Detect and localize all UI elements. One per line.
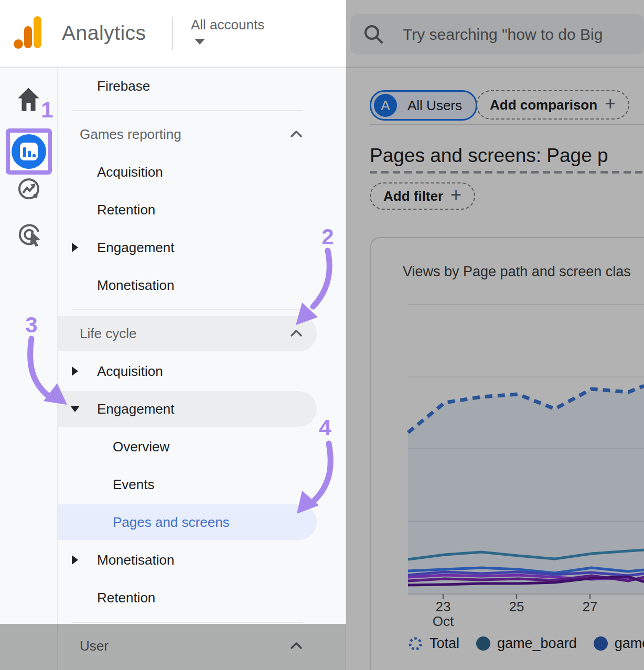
search-bar[interactable]: Try searching "how to do Big [350, 14, 644, 55]
toolbar-divider [370, 124, 644, 125]
add-comparison-button[interactable]: Add comparison + [476, 90, 629, 120]
plus-icon: + [605, 94, 616, 113]
add-filter-button[interactable]: Add filter + [370, 182, 475, 210]
dot-swatch [476, 636, 490, 651]
legend-item-Total: Total [408, 635, 459, 652]
sidebar-item-label: Retention [97, 202, 155, 218]
sidebar-item-label: Life cycle [80, 326, 136, 342]
sidebar-item-label: User [80, 638, 109, 654]
collapse-triangle-icon[interactable] [70, 406, 80, 412]
sidebar-item-label: Engagement [97, 401, 174, 417]
x-axis-tick-label: 27 [569, 599, 611, 615]
sidebar-item-monetisation[interactable]: Monetisation [58, 541, 346, 579]
sidebar-item-retention[interactable]: Retention [58, 579, 346, 617]
sidebar-item-label: Events [113, 477, 155, 493]
account-selector[interactable]: All accounts [191, 17, 264, 33]
app-header: Analytics All accounts [0, 0, 346, 67]
sidebar-item-acquisition[interactable]: Acquisition [58, 153, 346, 191]
sidebar-item-retention[interactable]: Retention [58, 191, 346, 229]
search-placeholder: Try searching "how to do Big [403, 26, 603, 44]
ga4-pages-and-screens-screenshot: Try searching "how to do Big A All Users… [0, 0, 644, 670]
sidebar-item-acquisition[interactable]: Acquisition [58, 352, 346, 390]
sidebar-item-firebase[interactable]: Firebase [58, 67, 346, 105]
sidebar-item-pages-and-screens[interactable]: Pages and screens [58, 503, 346, 541]
sidebar-item-label: Overview [113, 439, 169, 455]
chart-legend: Totalgame_boardgame_over [408, 635, 644, 652]
search-icon [362, 23, 386, 47]
brand-name: Analytics [62, 21, 146, 45]
sidebar-item-label: Retention [97, 590, 155, 606]
header-divider-vertical [172, 17, 173, 50]
sidebar-item-label: Firebase [97, 78, 150, 94]
expand-triangle-icon[interactable] [72, 243, 78, 252]
nav-divider [72, 309, 303, 310]
nav-divider [72, 110, 303, 111]
page-title-dashed-underline [370, 171, 644, 174]
header-bottom-border [0, 67, 644, 68]
sidebar-item-life-cycle[interactable]: Life cycle [58, 315, 346, 352]
sidebar-item-games-reporting[interactable]: Games reporting [58, 115, 346, 153]
report-nav-drawer: FirebaseGames reportingAcquisitionRetent… [58, 67, 346, 670]
sidebar-item-user[interactable]: User [58, 627, 346, 665]
sidebar-item-events[interactable]: Events [58, 466, 346, 503]
sidebar-item-label: Acquisition [97, 164, 163, 180]
google-analytics-logo[interactable] [0, 0, 58, 58]
x-axis-tick-sublabel: Oct [422, 613, 464, 630]
nav-divider [72, 622, 303, 623]
sidebar-item-label: Games reporting [80, 126, 181, 143]
explore-icon[interactable] [19, 179, 38, 198]
chevron-up-icon[interactable] [288, 326, 304, 341]
plus-icon: + [450, 186, 461, 204]
page-title[interactable]: Pages and screens: Page p [370, 145, 608, 167]
sidebar-item-monetisation[interactable]: Monetisation [58, 266, 346, 304]
nav-rail [0, 67, 58, 670]
chevron-down-icon[interactable] [195, 39, 205, 45]
sidebar-item-label: Monetisation [97, 552, 174, 568]
sidebar-item-engagement[interactable]: Engagement [58, 390, 346, 428]
all-users-chip[interactable]: A All Users [370, 90, 477, 121]
sidebar-item-engagement[interactable]: Engagement [58, 229, 346, 266]
legend-item-game_over: game_over [594, 635, 644, 652]
x-axis-tick-label: 23 [422, 599, 464, 615]
sidebar-item-overview[interactable]: Overview [58, 428, 346, 466]
dot-swatch [594, 636, 608, 651]
expand-triangle-icon[interactable] [72, 555, 78, 565]
sidebar-item-label: Acquisition [97, 363, 163, 380]
dashed-circle-swatch [408, 636, 423, 651]
sidebar-item-label: Pages and screens [113, 514, 230, 531]
expand-triangle-icon[interactable] [72, 366, 78, 376]
all-users-label: All Users [407, 98, 462, 114]
all-users-badge: A [374, 94, 397, 117]
home-icon[interactable] [18, 88, 39, 111]
x-axis-tick-label: 25 [496, 599, 538, 615]
chevron-up-icon[interactable] [288, 126, 304, 142]
advertising-icon[interactable] [16, 221, 42, 247]
sidebar-item-label: Engagement [97, 240, 174, 256]
sidebar-item-label: Monetisation [97, 277, 174, 294]
chevron-up-icon[interactable] [288, 638, 304, 654]
legend-item-game_board: game_board [476, 635, 577, 652]
